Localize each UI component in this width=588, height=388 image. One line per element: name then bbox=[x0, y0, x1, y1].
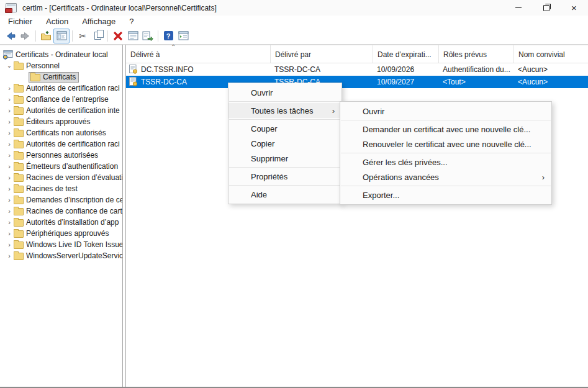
tree-item[interactable]: ›Émetteurs d’authentification bbox=[0, 161, 122, 172]
tree-item[interactable]: ›Racines de confiance de carte bbox=[0, 205, 122, 217]
submenu-item-exporter[interactable]: Exporter... bbox=[340, 187, 551, 202]
back-button[interactable] bbox=[3, 29, 18, 43]
chevron-expanded-icon[interactable]: ⌄ bbox=[5, 63, 14, 69]
help-button[interactable]: ? bbox=[161, 29, 176, 43]
tree-root-item[interactable]: Certificats - Ordinateur local bbox=[0, 49, 122, 60]
tree-item[interactable]: ›Windows Live ID Token Issuer bbox=[0, 239, 122, 250]
toolbar: ✂ ? bbox=[0, 27, 588, 45]
tree-item[interactable]: ›Éditeurs approuvés bbox=[0, 116, 122, 127]
chevron-collapsed-icon[interactable]: › bbox=[5, 197, 14, 203]
close-icon: × bbox=[571, 3, 577, 12]
submenu-item-ouvrir[interactable]: Ouvrir bbox=[340, 104, 551, 119]
chevron-collapsed-icon[interactable]: › bbox=[5, 253, 14, 259]
tree-item-certificats-selected[interactable]: Certificats bbox=[0, 71, 122, 83]
menu-item-copier[interactable]: Copier bbox=[228, 136, 341, 151]
menu-item-supprimer[interactable]: Supprimer bbox=[228, 151, 341, 166]
submenu-item-demander-certificat[interactable]: Demander un certificat avec une nouvelle… bbox=[340, 122, 551, 137]
folder-icon bbox=[14, 141, 24, 148]
chevron-collapsed-icon[interactable]: › bbox=[5, 230, 14, 237]
cell-date-expiration: 10/09/2027 bbox=[373, 76, 438, 88]
chevron-collapsed-icon[interactable]: › bbox=[5, 85, 14, 91]
menu-separator bbox=[341, 120, 551, 120]
up-one-level-button[interactable] bbox=[38, 29, 53, 43]
restore-icon bbox=[543, 5, 550, 11]
cut-button[interactable]: ✂ bbox=[75, 29, 90, 43]
menu-item-couper[interactable]: Couper bbox=[228, 121, 341, 136]
column-header-nom-convivial[interactable]: Nom convivial bbox=[513, 45, 588, 63]
folder-icon bbox=[14, 85, 24, 92]
folder-icon bbox=[14, 230, 24, 238]
show-hide-console-tree-button[interactable] bbox=[176, 29, 191, 43]
menu-separator bbox=[341, 153, 551, 153]
chevron-collapsed-icon[interactable]: › bbox=[5, 107, 14, 114]
certificate-row-selected[interactable]: TSSR-DC-CA TSSR-DC-CA 10/09/2027 <Tout> … bbox=[126, 76, 588, 88]
tree-item[interactable]: ›Racines de test bbox=[0, 183, 122, 194]
chevron-collapsed-icon[interactable]: › bbox=[5, 208, 14, 214]
titlebar: certlm - [Certificats - Ordinateur local… bbox=[0, 0, 588, 16]
menubar-item-action[interactable]: Action bbox=[39, 16, 75, 27]
cell-nom-convivial: <Aucun> bbox=[513, 63, 588, 76]
menubar-item-aide[interactable]: ? bbox=[122, 16, 140, 27]
menu-item-ouvrir[interactable]: Ouvrir bbox=[228, 85, 341, 100]
submenu-item-renouveler-certificat[interactable]: Renouveler le certificat avec une nouvel… bbox=[340, 137, 551, 151]
folder-icon bbox=[14, 119, 24, 126]
folder-icon bbox=[14, 107, 24, 115]
certificate-row[interactable]: DC.TSSR.INFO TSSR-DC-CA 10/09/2026 Authe… bbox=[126, 63, 588, 76]
chevron-collapsed-icon[interactable]: › bbox=[5, 119, 14, 125]
chevron-collapsed-icon[interactable]: › bbox=[5, 241, 14, 248]
chevron-collapsed-icon[interactable]: › bbox=[5, 141, 14, 147]
chevron-collapsed-icon[interactable]: › bbox=[5, 152, 14, 158]
chevron-collapsed-icon[interactable]: › bbox=[5, 186, 14, 192]
help-icon: ? bbox=[164, 31, 173, 40]
copy-button[interactable] bbox=[90, 29, 105, 43]
tree-item[interactable]: ›Demandes d’inscription de ce bbox=[0, 194, 122, 205]
tree-item[interactable]: ›WindowsServerUpdateService bbox=[0, 250, 122, 261]
menu-item-label: Opérations avancées bbox=[363, 173, 439, 182]
delete-button[interactable] bbox=[111, 29, 125, 43]
tree-item[interactable]: ›Autorités de certification inte bbox=[0, 105, 122, 116]
chevron-collapsed-icon[interactable]: › bbox=[5, 130, 14, 136]
tree-item[interactable]: ›Confiance de l’entreprise bbox=[0, 94, 122, 105]
show-console-window-button[interactable] bbox=[53, 29, 70, 43]
restore-button[interactable] bbox=[532, 0, 560, 16]
column-header-roles-prevus[interactable]: Rôles prévus bbox=[438, 45, 513, 63]
properties-button[interactable] bbox=[125, 29, 140, 43]
tree-item[interactable]: ›Autorités d’installation d’app bbox=[0, 217, 122, 228]
menu-item-toutes-les-taches[interactable]: Toutes les tâches › bbox=[228, 103, 341, 118]
chevron-collapsed-icon[interactable]: › bbox=[5, 219, 14, 225]
forward-button[interactable] bbox=[18, 29, 33, 43]
tree-root-label: Certificats - Ordinateur local bbox=[16, 50, 108, 59]
export-icon bbox=[142, 31, 153, 41]
folder-icon bbox=[30, 74, 40, 81]
tree-item-personnel[interactable]: ⌄ Personnel bbox=[0, 60, 122, 71]
chevron-collapsed-icon[interactable]: › bbox=[5, 96, 14, 102]
submenu-item-operations-avancees[interactable]: Opérations avancées › bbox=[340, 169, 551, 184]
submenu-item-gerer-cles-privees[interactable]: Gérer les clés privées... bbox=[340, 155, 551, 169]
close-button[interactable]: × bbox=[560, 0, 588, 16]
menu-separator bbox=[229, 167, 341, 168]
menu-item-label: Toutes les tâches bbox=[251, 106, 313, 115]
tree-item[interactable]: ›Autorités de certification raci bbox=[0, 138, 122, 150]
copy-icon bbox=[94, 32, 101, 40]
column-header-date-expiration[interactable]: Date d’expirati... bbox=[373, 45, 438, 63]
tree-item[interactable]: ›Certificats non autorisés bbox=[0, 127, 122, 138]
window-controls: × bbox=[504, 0, 588, 16]
column-header-delivre-par[interactable]: Délivré par bbox=[270, 45, 373, 63]
cell-roles-prevus: Authentification du... bbox=[438, 63, 513, 76]
menu-item-aide[interactable]: Aide bbox=[228, 187, 341, 202]
tree-item[interactable]: ›Périphériques approuvés bbox=[0, 228, 122, 239]
chevron-collapsed-icon[interactable]: › bbox=[5, 174, 14, 181]
toolbar-separator bbox=[72, 30, 73, 42]
menu-item-proprietes[interactable]: Propriétés bbox=[228, 169, 341, 184]
folder-icon bbox=[14, 197, 24, 204]
minimize-button[interactable] bbox=[504, 0, 532, 16]
folder-icon bbox=[14, 208, 24, 215]
export-list-button[interactable] bbox=[140, 29, 155, 43]
column-header-delivre-a[interactable]: Délivré à bbox=[126, 45, 270, 63]
tree-item[interactable]: ›Personnes autorisées bbox=[0, 150, 122, 161]
menubar-item-fichier[interactable]: Fichier bbox=[1, 16, 39, 27]
tree-item[interactable]: ›Racines de version d’évaluati bbox=[0, 172, 122, 183]
menubar-item-affichage[interactable]: Affichage bbox=[75, 16, 122, 27]
tree-item[interactable]: ›Autorités de certification raci bbox=[0, 83, 122, 94]
chevron-collapsed-icon[interactable]: › bbox=[5, 163, 14, 169]
